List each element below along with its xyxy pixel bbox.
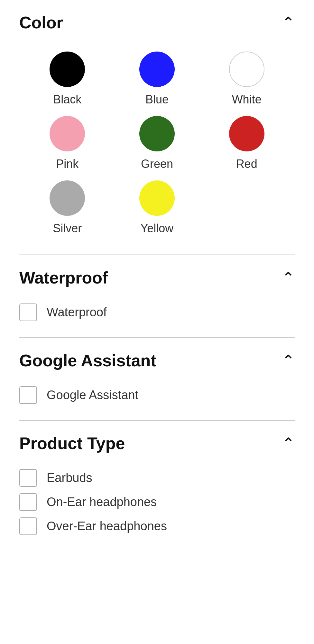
color-swatch-silver	[50, 180, 85, 216]
color-section-title: Color	[19, 13, 63, 32]
product-type-section: Product Type ⌃ EarbudsOn-Ear headphonesO…	[0, 421, 314, 551]
checkbox-label: Over-Ear headphones	[47, 519, 167, 533]
google-assistant-checkbox-list: Google Assistant	[19, 380, 295, 420]
checkbox-label: Google Assistant	[47, 388, 138, 402]
checkbox-item[interactable]: Google Assistant	[19, 386, 295, 404]
color-chevron-icon: ⌃	[282, 14, 295, 32]
google-assistant-chevron-icon: ⌃	[282, 351, 295, 370]
checkbox-item[interactable]: Waterproof	[19, 303, 295, 321]
checkbox-box[interactable]	[19, 386, 37, 404]
color-item-blue[interactable]: Blue	[115, 52, 199, 106]
google-assistant-section-title: Google Assistant	[19, 351, 156, 370]
product-type-checkbox-list: EarbudsOn-Ear headphonesOver-Ear headpho…	[19, 463, 295, 551]
color-label-green: Green	[141, 157, 173, 171]
color-swatch-yellow	[139, 180, 175, 216]
color-swatch-pink	[50, 116, 85, 151]
color-item-green[interactable]: Green	[115, 116, 199, 171]
waterproof-checkbox-list: Waterproof	[19, 297, 295, 337]
color-section-header[interactable]: Color ⌃	[19, 0, 295, 42]
color-section: Color ⌃ BlackBlueWhitePinkGreenRedSilver…	[0, 0, 314, 255]
color-item-yellow[interactable]: Yellow	[115, 180, 199, 235]
checkbox-box[interactable]	[19, 303, 37, 321]
color-label-pink: Pink	[56, 157, 78, 171]
waterproof-section-header[interactable]: Waterproof ⌃	[19, 255, 295, 297]
color-label-silver: Silver	[53, 222, 82, 235]
product-type-section-header[interactable]: Product Type ⌃	[19, 421, 295, 463]
filter-panel: Color ⌃ BlackBlueWhitePinkGreenRedSilver…	[0, 0, 314, 551]
checkbox-item[interactable]: On-Ear headphones	[19, 493, 295, 511]
color-swatch-blue	[139, 52, 175, 87]
color-item-pink[interactable]: Pink	[26, 116, 109, 171]
checkbox-item[interactable]: Earbuds	[19, 469, 295, 487]
checkbox-label: On-Ear headphones	[47, 495, 157, 509]
checkbox-label: Earbuds	[47, 471, 92, 485]
waterproof-section-title: Waterproof	[19, 268, 108, 287]
color-swatch-green	[139, 116, 175, 151]
checkbox-box[interactable]	[19, 493, 37, 511]
waterproof-section: Waterproof ⌃ Waterproof	[0, 255, 314, 337]
waterproof-chevron-icon: ⌃	[282, 269, 295, 287]
color-label-blue: Blue	[145, 93, 169, 106]
checkbox-item[interactable]: Over-Ear headphones	[19, 517, 295, 535]
color-label-yellow: Yellow	[141, 222, 174, 235]
color-swatch-black	[50, 52, 85, 87]
checkbox-label: Waterproof	[47, 305, 107, 319]
checkbox-box[interactable]	[19, 517, 37, 535]
color-label-black: Black	[53, 93, 81, 106]
color-swatch-white	[229, 52, 264, 87]
color-item-black[interactable]: Black	[26, 52, 109, 106]
color-item-white[interactable]: White	[205, 52, 288, 106]
color-label-white: White	[232, 93, 262, 106]
google-assistant-section-header[interactable]: Google Assistant ⌃	[19, 338, 295, 380]
google-assistant-section: Google Assistant ⌃ Google Assistant	[0, 338, 314, 420]
product-type-chevron-icon: ⌃	[282, 434, 295, 452]
color-label-red: Red	[236, 157, 257, 171]
color-swatch-red	[229, 116, 264, 151]
color-grid: BlackBlueWhitePinkGreenRedSilverYellow	[19, 42, 295, 255]
color-item-silver[interactable]: Silver	[26, 180, 109, 235]
checkbox-box[interactable]	[19, 469, 37, 487]
product-type-section-title: Product Type	[19, 434, 125, 453]
color-item-red[interactable]: Red	[205, 116, 288, 171]
